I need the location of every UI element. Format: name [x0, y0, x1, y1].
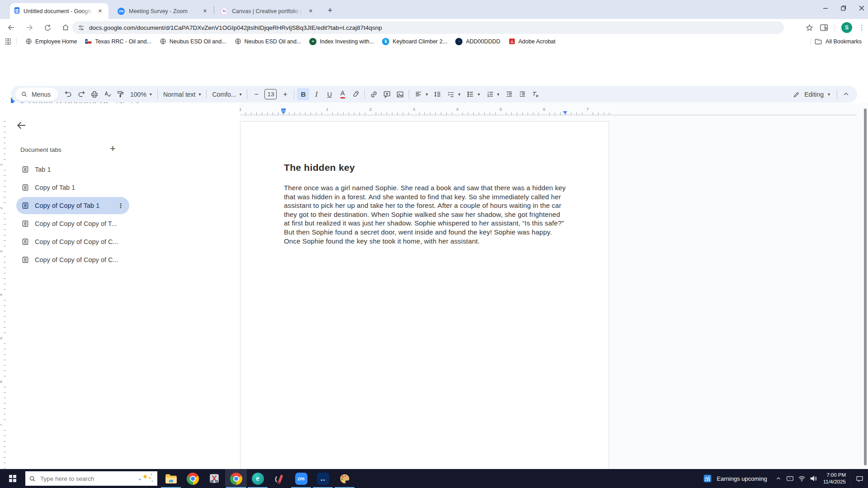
taskbar-clock[interactable]: 7:00 PM 11/4/2025 — [820, 472, 850, 485]
highlight-icon[interactable] — [349, 88, 362, 100]
ruler-number: 3 — [0, 250, 3, 253]
insert-image-icon[interactable] — [394, 88, 406, 100]
font-size-input[interactable]: 13 — [264, 89, 277, 99]
browser-menu-icon[interactable]: ⋮ — [859, 23, 865, 32]
sidebar-item-5[interactable]: Copy of Copy of Copy of C... — [16, 251, 129, 268]
document-body-text[interactable]: There once was a girl named Sophie. She … — [284, 183, 567, 245]
tab-close-icon[interactable]: ✕ — [96, 7, 104, 15]
browser-tab-0[interactable]: Untitled document - Google Docs✕ — [10, 3, 108, 19]
apps-grid-icon[interactable] — [5, 38, 10, 45]
taskbar-app-paint[interactable] — [334, 469, 355, 488]
bulleted-list-select[interactable]: ▾ — [463, 90, 483, 98]
numbered-list-select[interactable]: ▾ — [483, 90, 503, 98]
display-cast-icon[interactable] — [784, 469, 796, 488]
editing-mode-select[interactable]: Editing ▾ — [788, 91, 835, 98]
document-page[interactable]: The hidden key There once was a girl nam… — [240, 121, 609, 488]
sidebar-item-1[interactable]: Copy of Tab 1 — [16, 179, 129, 196]
increase-font-icon[interactable]: + — [279, 88, 291, 100]
taskbar-app-eset[interactable]: e — [247, 469, 269, 488]
taskbar-app-chrome[interactable] — [182, 469, 203, 488]
bookmark-item-1[interactable]: ★Texas RRC - Oil and... — [81, 37, 155, 46]
doc-tab-icon — [22, 256, 29, 263]
bookmark-item-4[interactable]: ❧Index Investing with... — [305, 37, 378, 46]
bookmark-star-icon[interactable] — [806, 24, 813, 32]
decrease-font-icon[interactable]: − — [250, 88, 262, 100]
document-heading[interactable]: The hidden key — [284, 162, 566, 173]
tab-options-icon[interactable]: ⋮ — [118, 202, 124, 209]
menus-search[interactable]: Menus — [15, 88, 58, 101]
checklist-select[interactable]: ▾ — [444, 90, 463, 98]
taskbar-app-file-explorer[interactable] — [160, 469, 182, 488]
add-tab-icon[interactable]: + — [110, 143, 116, 155]
taskbar-app-teamviewer[interactable]: ↔ — [312, 469, 334, 488]
clear-formatting-icon[interactable] — [529, 88, 542, 100]
browser-tab-1[interactable]: zmMeeting Survey - Zoom✕ — [113, 3, 213, 19]
minimize-icon[interactable] — [823, 5, 828, 11]
back-icon[interactable] — [5, 21, 18, 34]
side-panel-icon[interactable] — [820, 24, 828, 32]
sidebar-back-icon[interactable] — [16, 120, 27, 131]
tray-chevron-up-icon[interactable] — [773, 469, 784, 488]
add-comment-icon[interactable] — [381, 88, 393, 100]
style-select[interactable]: Normal text▾ — [160, 91, 204, 98]
decrease-indent-icon[interactable] — [503, 88, 515, 100]
insert-link-icon[interactable] — [368, 88, 380, 100]
wifi-icon[interactable] — [796, 469, 808, 488]
browser-tab-2[interactable]: TcCanvas | Creative portfolio | Tal...✕ — [216, 3, 319, 19]
bookmark-item-7[interactable]: Adobe Acrobat — [505, 37, 560, 46]
undo-icon[interactable] — [62, 88, 74, 100]
paint-format-icon[interactable] — [114, 88, 127, 100]
vertical-scrollbar[interactable] — [864, 108, 867, 465]
close-icon[interactable] — [859, 5, 864, 11]
text-color-button[interactable]: A — [336, 88, 349, 100]
align-select[interactable]: ▾ — [411, 90, 431, 98]
sidebar-item-0[interactable]: Tab 1 — [16, 161, 129, 178]
bookmark-item-0[interactable]: Employee Home — [21, 37, 81, 46]
sidebar-item-3[interactable]: Copy of Copy of Copy of T... — [16, 215, 129, 232]
taskbar-app-ccleaner[interactable] — [269, 469, 290, 488]
new-tab-button[interactable]: + — [324, 4, 336, 17]
font-select[interactable]: Comfo...▾ — [209, 91, 245, 98]
home-icon[interactable] — [59, 21, 72, 34]
first-line-indent-marker[interactable] — [281, 108, 286, 111]
hide-menus-icon[interactable] — [840, 88, 852, 100]
volume-icon[interactable] — [808, 469, 820, 488]
search-input[interactable] — [39, 475, 154, 483]
green-bookmark-icon: ❧ — [309, 38, 316, 45]
spellcheck-icon[interactable] — [101, 88, 113, 100]
taskbar-app-zoom[interactable]: zm — [290, 469, 312, 488]
increase-indent-icon[interactable] — [516, 88, 528, 100]
taskbar-app-chrome[interactable] — [225, 469, 247, 488]
start-button[interactable] — [0, 469, 25, 488]
news-widget[interactable]: Earnings upcoming — [698, 469, 772, 488]
date: 11/4/2025 — [823, 479, 846, 485]
sidebar-item-2[interactable]: Copy of Copy of Tab 1⋮ — [16, 197, 129, 214]
tab-close-icon[interactable]: ✕ — [201, 7, 209, 15]
redo-icon[interactable] — [75, 88, 87, 100]
reload-icon[interactable] — [41, 21, 54, 34]
line-spacing-icon[interactable] — [431, 88, 443, 100]
right-indent-marker[interactable] — [563, 111, 567, 114]
notifications-icon[interactable] — [850, 469, 868, 488]
taskbar-app-snipping-tool[interactable] — [203, 469, 225, 488]
all-bookmarks-label[interactable]: All Bookmarks — [826, 38, 862, 45]
restore-icon[interactable] — [841, 5, 846, 11]
zoom-select[interactable]: 100%▾ — [127, 91, 155, 98]
docs-main-area: Document tabs + Tab 1Copy of Tab 1Copy o… — [0, 103, 868, 469]
print-icon[interactable] — [88, 88, 100, 100]
bookmark-item-2[interactable]: Neubus ESD Oil and... — [156, 37, 231, 46]
bookmark-item-3[interactable]: Neubus ESD Oil and... — [231, 37, 306, 46]
url-bar[interactable]: docs.google.com/document/d/1CaPA7DXvZenV… — [72, 21, 784, 34]
bookmark-item-6[interactable]: ◦ADD00DDDD — [451, 37, 504, 46]
bold-button[interactable]: B — [297, 88, 309, 100]
browser-profile-avatar[interactable]: S — [841, 22, 852, 33]
stocks-icon — [703, 474, 712, 483]
site-settings-icon[interactable] — [78, 24, 85, 31]
sidebar-item-4[interactable]: Copy of Copy of Copy of C... — [16, 233, 129, 250]
italic-button[interactable]: I — [310, 88, 322, 100]
forward-icon[interactable] — [23, 21, 36, 34]
taskbar-search-box[interactable]: ✦ ✦ ✦ ● ● — [25, 471, 157, 486]
bookmark-item-5[interactable]: kKeyboard Climber 2... — [378, 37, 451, 46]
tab-close-icon[interactable]: ✕ — [307, 7, 315, 15]
underline-button[interactable]: U — [323, 88, 335, 100]
